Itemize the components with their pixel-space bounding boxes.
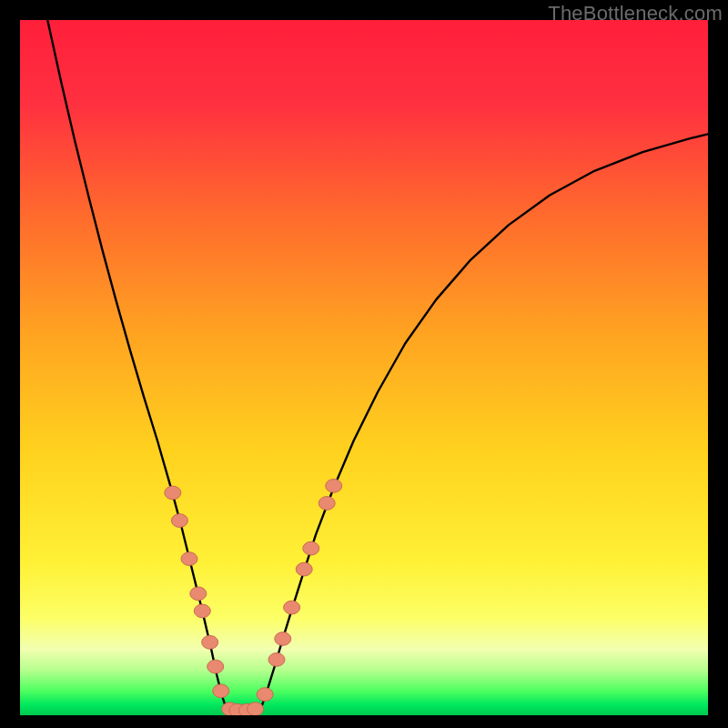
marker-point: [268, 653, 285, 667]
chart-frame: [20, 20, 708, 715]
marker-point: [296, 562, 312, 576]
marker-point: [171, 514, 187, 528]
marker-point: [207, 660, 224, 673]
marker-point: [326, 480, 342, 493]
marker-point: [194, 604, 210, 618]
marker-point: [303, 541, 319, 555]
marker-point: [248, 703, 264, 715]
marker-point: [213, 684, 229, 698]
marker-point: [284, 601, 300, 614]
gradient-background: [20, 20, 708, 715]
marker-point: [165, 486, 181, 500]
marker-point: [202, 635, 218, 649]
marker-point: [318, 497, 335, 511]
bottleneck-chart: [20, 20, 708, 715]
marker-point: [257, 688, 273, 702]
marker-point: [190, 587, 207, 601]
marker-point: [181, 552, 197, 566]
marker-point: [275, 632, 291, 646]
